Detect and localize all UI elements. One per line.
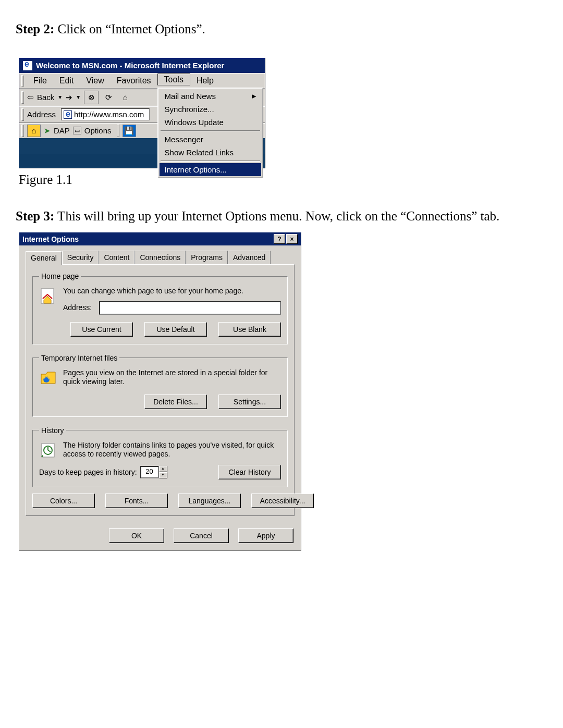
tab-security[interactable]: Security [62, 251, 99, 265]
ie-title-text: Welcome to MSN.com - Microsoft Internet … [36, 61, 224, 70]
temp-files-legend: Temporary Internet files [39, 354, 119, 362]
ie-logo-icon [22, 60, 33, 71]
history-desc: The History folder contains links to pag… [63, 441, 281, 459]
step3-paragraph: Step 3: This will bring up your Internet… [16, 208, 547, 225]
tools-dropdown: Mail and News ▶ Synchronize... Windows U… [157, 88, 263, 178]
menu-favorites[interactable]: Favorites [111, 75, 157, 87]
dialog-footer: OK Cancel Apply [19, 522, 301, 550]
menu-separator [161, 130, 260, 131]
options-label[interactable]: Options [84, 126, 112, 135]
home-icon[interactable]: ⌂ [118, 91, 132, 104]
dap-label[interactable]: DAP [54, 126, 70, 135]
dialog-body: General Security Content Connections Pro… [19, 245, 301, 522]
home-page-group: Home page You can change which page to u… [32, 272, 288, 344]
toolbar-grip-icon [117, 125, 119, 137]
back-button[interactable]: Back [37, 93, 54, 102]
tools-mail-and-news[interactable]: Mail and News ▶ [160, 90, 261, 103]
dap-arrow-icon: ➤ [44, 126, 51, 135]
tools-messenger[interactable]: Messenger [160, 133, 261, 146]
dialog-help-button[interactable]: ? [274, 234, 285, 244]
forward-dropdown-icon[interactable]: ▼ [76, 94, 81, 100]
spin-down-icon[interactable]: ▼ [159, 472, 167, 478]
appearance-buttons-row: Colors... Fonts... Languages... Accessib… [32, 493, 288, 508]
home-page-icon [39, 287, 58, 305]
toolbar-grip-icon [21, 125, 24, 137]
menubar-grip-icon [21, 75, 24, 87]
temp-settings-button[interactable]: Settings... [218, 394, 281, 409]
apply-button[interactable]: Apply [238, 528, 293, 543]
dialog-close-button[interactable]: × [286, 234, 298, 244]
toolbar-grip-icon [21, 108, 24, 121]
delete-files-button[interactable]: Delete Files... [144, 394, 207, 409]
menu-help[interactable]: Help [190, 75, 220, 87]
submenu-arrow-icon: ▶ [252, 93, 256, 100]
colors-button[interactable]: Colors... [32, 493, 95, 508]
home-address-label: Address: [63, 303, 92, 313]
dialog-titlebar: Internet Options ? × [19, 232, 301, 245]
back-dropdown-icon[interactable]: ▼ [57, 94, 63, 100]
tab-programs[interactable]: Programs [186, 251, 228, 265]
tab-advanced[interactable]: Advanced [228, 251, 271, 265]
history-days-label: Days to keep pages in history: [39, 468, 137, 476]
temp-files-icon [39, 368, 58, 387]
ok-button[interactable]: OK [109, 528, 164, 543]
ie-titlebar: Welcome to MSN.com - Microsoft Internet … [19, 58, 265, 73]
tools-internet-options[interactable]: Internet Options... [160, 163, 261, 176]
history-icon [39, 441, 58, 460]
tab-connections[interactable]: Connections [134, 251, 186, 265]
figure-1-1-caption: Figure 1.1 [19, 172, 547, 187]
history-legend: History [39, 426, 66, 435]
options-icon[interactable]: ▭ [73, 127, 81, 134]
ie-window: Welcome to MSN.com - Microsoft Internet … [19, 58, 265, 168]
tab-page-general: Home page You can change which page to u… [26, 264, 295, 516]
page-icon [64, 110, 72, 119]
home-page-legend: Home page [39, 272, 81, 280]
address-value: http://www.msn.com [74, 110, 144, 119]
fonts-button[interactable]: Fonts... [105, 493, 168, 508]
clear-history-button[interactable]: Clear History [218, 465, 281, 479]
dap-home-icon[interactable]: ⌂ [27, 125, 41, 137]
tab-content[interactable]: Content [99, 251, 134, 265]
step2-label: Step 2: [16, 22, 54, 36]
use-default-button[interactable]: Use Default [144, 322, 207, 337]
spin-up-icon[interactable]: ▲ [159, 466, 167, 472]
menu-file[interactable]: File [27, 75, 53, 87]
languages-button[interactable]: Languages... [178, 493, 241, 508]
dialog-tabs: General Security Content Connections Pro… [26, 251, 295, 265]
dialog-title: Internet Options [22, 235, 79, 243]
refresh-icon[interactable]: ⟳ [102, 91, 115, 104]
home-page-desc: You can change which page to use for you… [63, 287, 281, 296]
temp-files-group: Temporary Internet files Pages you view … [32, 354, 288, 417]
menu-edit[interactable]: Edit [53, 75, 80, 87]
tools-synchronize[interactable]: Synchronize... [160, 103, 261, 116]
cancel-button[interactable]: Cancel [174, 528, 229, 543]
address-label: Address [27, 110, 58, 119]
step2-text: Click on “Internet Options”. [54, 22, 205, 36]
home-address-input[interactable] [99, 301, 281, 315]
history-group: History The History folder contains link… [32, 426, 288, 487]
use-current-button[interactable]: Use Current [70, 322, 133, 337]
accessibility-button[interactable]: Accessibility... [251, 493, 314, 508]
menu-separator [161, 161, 260, 162]
ie-menubar: File Edit View Favorites Tools Mail and … [19, 73, 265, 89]
step2-paragraph: Step 2: Click on “Internet Options”. [16, 21, 547, 38]
temp-files-desc: Pages you view on the Internet are store… [63, 368, 281, 387]
save-icon[interactable]: 💾 [123, 125, 136, 137]
forward-arrow-icon[interactable]: ➔ [66, 93, 72, 102]
stop-icon[interactable]: ⊗ [84, 91, 99, 104]
toolbar-grip-icon [21, 91, 24, 104]
tab-general[interactable]: General [26, 251, 62, 265]
menu-view[interactable]: View [80, 75, 110, 87]
internet-options-dialog: Internet Options ? × General Security Co… [19, 232, 301, 551]
tools-show-related-links[interactable]: Show Related Links [160, 146, 261, 159]
use-blank-button[interactable]: Use Blank [218, 322, 281, 337]
address-input[interactable]: http://www.msn.com [61, 108, 150, 120]
tools-windows-update[interactable]: Windows Update [160, 116, 261, 129]
step3-text: This will bring up your Internet Options… [54, 209, 499, 223]
menu-tools[interactable]: Tools [157, 73, 190, 85]
history-days-input[interactable]: 20 [140, 466, 159, 478]
step3-label: Step 3: [16, 209, 54, 223]
back-arrow-icon[interactable]: ⇦ [27, 93, 34, 102]
